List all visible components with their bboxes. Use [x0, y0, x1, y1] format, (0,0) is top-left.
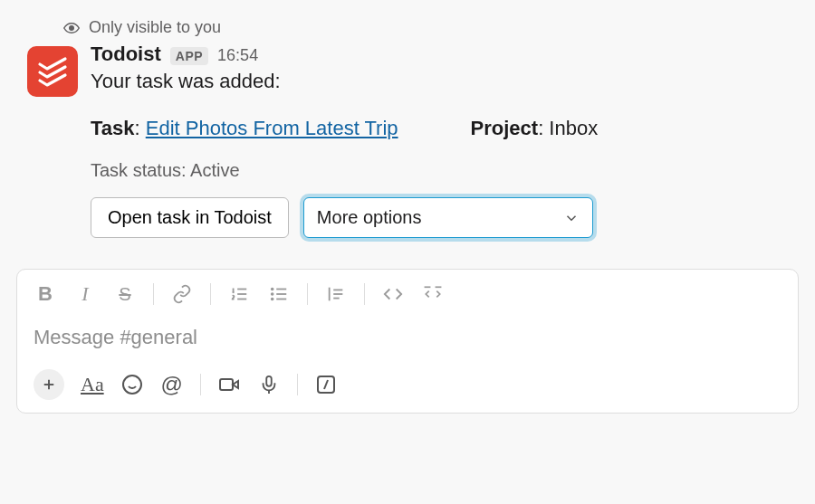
mention-button[interactable]: @	[160, 373, 184, 396]
toolbar-separator	[297, 374, 298, 395]
code-block-button[interactable]	[421, 282, 445, 306]
message-input[interactable]	[34, 326, 781, 349]
message-composer: B I S Aa @	[16, 269, 799, 414]
svg-line-26	[324, 380, 328, 389]
eye-icon	[63, 20, 80, 36]
visibility-row: Only visible to you	[63, 18, 788, 37]
svg-point-18	[123, 376, 141, 394]
task-link[interactable]: Edit Photos From Latest Trip	[146, 117, 398, 139]
timestamp: 16:54	[217, 46, 258, 65]
link-button[interactable]	[170, 282, 194, 306]
svg-point-0	[70, 25, 74, 30]
strikethrough-button[interactable]: S	[113, 282, 137, 306]
svg-rect-23	[266, 376, 272, 386]
project-label: Project	[471, 117, 539, 139]
toolbar-separator	[153, 283, 154, 305]
open-task-button[interactable]: Open task in Todoist	[91, 197, 289, 238]
toolbar-separator	[210, 283, 211, 305]
video-button[interactable]	[217, 373, 241, 396]
task-status: Task status: Active	[91, 160, 788, 181]
message-area: Only visible to you Todoist APP 16:54 Yo…	[0, 0, 815, 260]
bold-button[interactable]: B	[34, 282, 57, 306]
toolbar-separator	[364, 283, 365, 305]
blockquote-button[interactable]	[324, 282, 348, 306]
shortcuts-button[interactable]	[314, 373, 338, 396]
project-name: Inbox	[549, 117, 598, 139]
toolbar-separator	[200, 374, 201, 395]
project-field: Project: Inbox	[471, 117, 599, 140]
message-row: Todoist APP 16:54 Your task was added: T…	[27, 43, 788, 238]
attach-button[interactable]	[34, 369, 64, 400]
italic-button[interactable]: I	[73, 282, 97, 306]
todoist-app-icon	[27, 46, 78, 97]
emoji-button[interactable]	[120, 373, 144, 396]
svg-point-7	[272, 289, 273, 290]
more-options-label: More options	[317, 207, 422, 228]
composer-actions: Aa @	[34, 369, 781, 400]
details-row: Task: Edit Photos From Latest Trip Proje…	[91, 117, 788, 140]
audio-button[interactable]	[257, 373, 281, 396]
visibility-label: Only visible to you	[89, 18, 221, 37]
toolbar-separator	[307, 283, 308, 305]
app-badge: APP	[170, 47, 208, 65]
svg-rect-21	[220, 379, 233, 390]
formatting-toggle-button[interactable]: Aa	[81, 373, 104, 396]
chevron-down-icon	[563, 210, 580, 226]
format-toolbar: B I S	[34, 282, 781, 306]
task-field: Task: Edit Photos From Latest Trip	[91, 117, 398, 140]
task-added-line: Your task was added:	[91, 70, 788, 93]
svg-point-8	[272, 293, 273, 295]
sender-line: Todoist APP 16:54	[91, 43, 788, 66]
code-button[interactable]	[381, 282, 405, 306]
task-label: Task	[91, 117, 135, 139]
svg-point-9	[272, 299, 273, 300]
ordered-list-button[interactable]	[227, 282, 251, 306]
actions-row: Open task in Todoist More options	[91, 197, 788, 238]
more-options-select[interactable]: More options	[303, 197, 593, 238]
bulleted-list-button[interactable]	[267, 282, 291, 306]
sender-name: Todoist	[91, 43, 161, 66]
message-body: Todoist APP 16:54 Your task was added: T…	[91, 43, 788, 238]
